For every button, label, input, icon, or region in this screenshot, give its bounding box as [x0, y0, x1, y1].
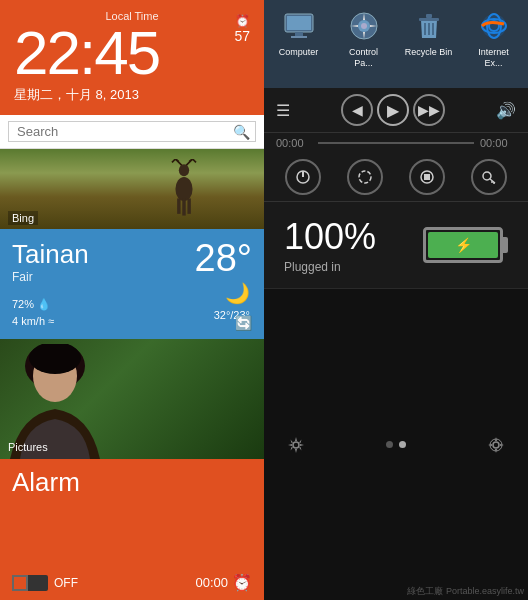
computer-label: Computer	[279, 47, 319, 58]
bing-label: Bing	[8, 211, 38, 225]
power-button[interactable]	[285, 159, 321, 195]
timeline-bar[interactable]	[318, 142, 474, 144]
media-controls-top: ☰ ◀ ▶ ▶▶ 🔊	[264, 88, 528, 133]
svg-rect-34	[424, 174, 430, 180]
clock-tile: Local Time ⏰ 22:45 57 星期二，十月 8, 2013	[0, 0, 264, 115]
svg-point-26	[482, 14, 506, 38]
svg-rect-21	[419, 18, 439, 21]
clock-icon: ⏰	[235, 14, 250, 28]
alarm-time-area: 00:00 ⏰	[195, 573, 252, 592]
stop-button[interactable]	[409, 159, 445, 195]
battery-info: 100% Plugged in	[284, 216, 376, 274]
weather-moon-icon: 🌙	[225, 281, 250, 305]
right-panel: Computer Control Pa...	[264, 0, 528, 600]
bing-tile: Bing	[0, 149, 264, 229]
alarm-bottom: OFF 00:00 ⏰	[12, 573, 252, 592]
pictures-background: Pictures	[0, 339, 264, 459]
toggle-thumb	[12, 575, 28, 591]
time-total: 00:00	[480, 137, 516, 149]
search-tile: 🔍	[0, 115, 264, 149]
toggle-track	[12, 575, 48, 591]
battery-percentage: 100%	[284, 216, 376, 258]
svg-rect-9	[182, 198, 185, 215]
svg-rect-22	[426, 14, 432, 18]
media-timeline: 00:00 00:00	[264, 133, 528, 153]
battery-plug-icon: ⚡	[455, 237, 472, 253]
svg-line-1	[172, 159, 175, 162]
svg-point-6	[179, 164, 189, 176]
recycle-bin-icon	[411, 8, 447, 44]
clock-seconds: 57	[234, 28, 250, 44]
clock-time: 22:45	[14, 22, 250, 84]
volume-icon[interactable]: 🔊	[496, 101, 516, 120]
search-input[interactable]	[8, 121, 256, 142]
battery-fill: ⚡	[428, 232, 498, 258]
svg-rect-10	[187, 198, 190, 213]
icon-recycle-bin[interactable]: Recycle Bin	[404, 8, 453, 58]
ie-label: Internet Ex...	[469, 47, 518, 69]
svg-rect-16	[295, 32, 303, 36]
computer-icon	[281, 8, 317, 44]
icon-control-panel[interactable]: Control Pa...	[339, 8, 388, 69]
svg-rect-15	[287, 16, 311, 30]
svg-line-4	[193, 159, 196, 162]
svg-rect-8	[177, 198, 180, 213]
settings-left-icon[interactable]	[280, 429, 312, 461]
alarm-off-label: OFF	[54, 576, 78, 590]
media-icon-controls	[264, 153, 528, 202]
svg-point-40	[493, 442, 499, 448]
alarm-clock-icon: ⏰	[232, 573, 252, 592]
battery-body: ⚡	[423, 227, 503, 263]
play-button[interactable]: ▶	[377, 94, 409, 126]
media-nav-buttons: ◀ ▶ ▶▶	[341, 94, 445, 126]
recycle-bin-label: Recycle Bin	[405, 47, 453, 58]
svg-point-20	[361, 23, 367, 29]
svg-line-5	[189, 159, 192, 162]
page-dot-2[interactable]	[399, 441, 406, 448]
alarm-title: Alarm	[12, 467, 252, 498]
page-dot-1[interactable]	[386, 441, 393, 448]
search-icon: 🔍	[233, 124, 250, 140]
battery-visual: ⚡	[423, 227, 508, 263]
alarm-toggle[interactable]: OFF	[12, 575, 78, 591]
desktop-icons-area: Computer Control Pa...	[264, 0, 528, 88]
pictures-label: Pictures	[8, 441, 48, 453]
svg-point-35	[483, 172, 491, 180]
icon-computer[interactable]: Computer	[274, 8, 323, 58]
icon-internet-explorer[interactable]: Internet Ex...	[469, 8, 518, 69]
ie-icon	[476, 8, 512, 44]
alarm-tile: Alarm OFF 00:00 ⏰	[0, 459, 264, 600]
bing-background	[0, 149, 264, 229]
time-current: 00:00	[276, 137, 312, 149]
clock-label: Local Time	[14, 10, 250, 22]
weather-wind: 4 km/h ≈	[12, 313, 54, 330]
control-panel-label: Control Pa...	[339, 47, 388, 69]
weather-refresh-icon[interactable]: 🔄	[235, 315, 252, 331]
watermark: 綠色工廠 Portable.easylife.tw	[407, 585, 524, 598]
weather-tile: Tainan Fair 28° 🌙 32°/23° 72% 💧 4 km/h ≈…	[0, 229, 264, 339]
battery-section: 100% Plugged in ⚡	[264, 202, 528, 289]
clock-date: 星期二，十月 8, 2013	[14, 86, 250, 104]
bottom-section	[264, 289, 528, 600]
media-player: ☰ ◀ ▶ ▶▶ 🔊 00:00 00:00	[264, 88, 528, 202]
control-panel-icon	[346, 8, 382, 44]
svg-point-32	[359, 171, 371, 183]
loading-button[interactable]	[347, 159, 383, 195]
weather-details: 72% 💧 4 km/h ≈	[12, 296, 54, 329]
next-button[interactable]: ▶▶	[413, 94, 445, 126]
playlist-icon[interactable]: ☰	[276, 101, 290, 120]
left-panel: Local Time ⏰ 22:45 57 星期二，十月 8, 2013 🔍	[0, 0, 264, 600]
pictures-tile: Pictures	[0, 339, 264, 459]
svg-point-7	[175, 177, 192, 201]
svg-rect-17	[291, 36, 307, 38]
settings-right-icon[interactable]	[480, 429, 512, 461]
prev-button[interactable]: ◀	[341, 94, 373, 126]
svg-point-39	[293, 442, 299, 448]
svg-line-2	[175, 159, 178, 162]
weather-humidity: 72% 💧	[12, 296, 54, 313]
weather-temperature: 28°	[195, 237, 252, 280]
battery-status: Plugged in	[284, 260, 376, 274]
alarm-time: 00:00	[195, 575, 228, 590]
page-dots	[386, 441, 406, 448]
key-button[interactable]	[471, 159, 507, 195]
